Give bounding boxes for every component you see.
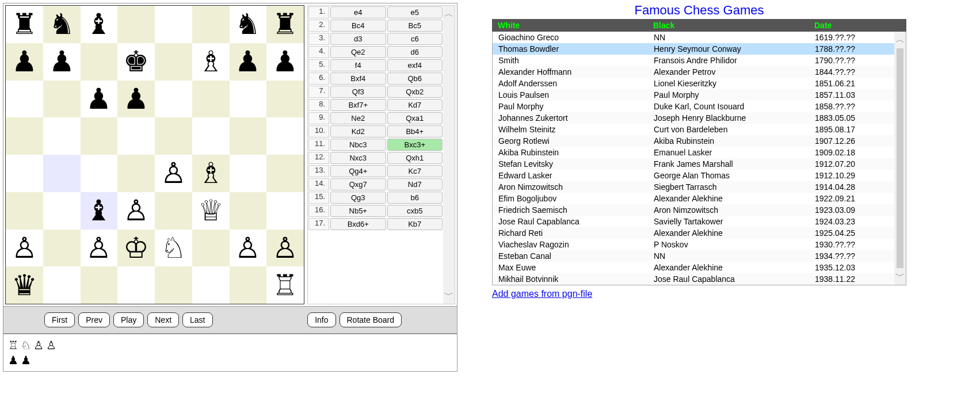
scroll-up-icon[interactable]: ︿ <box>895 34 905 46</box>
prev-button[interactable]: Prev <box>78 312 110 327</box>
move-white[interactable]: Bxf7+ <box>330 99 386 111</box>
game-row[interactable]: Aron NimzowitschSiegbert Tarrasch1914.04… <box>493 181 894 193</box>
first-button[interactable]: First <box>44 312 75 327</box>
square-c3[interactable]: ♝ <box>81 192 118 230</box>
scroll-down-icon[interactable]: ﹀ <box>444 289 453 301</box>
square-g4[interactable] <box>230 155 267 192</box>
move-black[interactable]: Kd7 <box>387 99 443 111</box>
move-black[interactable]: d6 <box>387 46 443 58</box>
square-f1[interactable] <box>192 266 230 304</box>
move-black[interactable]: Qxa1 <box>387 112 443 124</box>
game-row[interactable]: Paul MorphyDuke Karl, Count Isouard1858.… <box>493 101 894 112</box>
game-row[interactable]: Alexander HoffmannAlexander Petrov1844.?… <box>493 66 894 78</box>
square-f4[interactable]: ♗ <box>192 155 230 192</box>
square-d6[interactable]: ♟ <box>117 81 155 118</box>
square-e2[interactable]: ♘ <box>155 230 192 267</box>
move-white[interactable]: Qg3 <box>330 192 386 204</box>
move-black[interactable]: Bb4+ <box>387 125 443 138</box>
square-h3[interactable] <box>266 192 304 230</box>
game-row[interactable]: Edward LaskerGeorge Alan Thomas1912.10.2… <box>493 170 894 181</box>
move-white[interactable]: Qxg7 <box>330 178 386 190</box>
square-a4[interactable] <box>6 155 43 192</box>
square-a6[interactable] <box>6 81 43 118</box>
move-white[interactable]: Bxf4 <box>330 72 386 85</box>
move-black[interactable]: Kc7 <box>387 165 443 177</box>
square-d3[interactable]: ♙ <box>117 192 155 230</box>
square-f8[interactable] <box>192 6 230 43</box>
move-white[interactable]: Qf3 <box>330 86 386 98</box>
scroll-track[interactable] <box>897 48 903 268</box>
game-row[interactable]: Thomas BowdlerHenry Seymour Conway1788.?… <box>493 43 894 55</box>
game-row[interactable]: Max EuweAlexander Alekhine1935.12.03 <box>493 262 894 273</box>
game-row[interactable]: Mikhail BotvinnikJose Raul Capablanca193… <box>493 273 894 285</box>
square-b4[interactable] <box>43 155 81 192</box>
square-c8[interactable]: ♝ <box>81 6 118 43</box>
move-black[interactable]: Nd7 <box>387 178 443 190</box>
games-scrollbar[interactable]: ︿ ﹀ <box>894 32 906 285</box>
move-white[interactable]: Nxc3 <box>330 152 386 164</box>
game-row[interactable]: Wilhelm SteinitzCurt von Bardeleben1895.… <box>493 124 894 135</box>
add-games-link[interactable]: Add games from pgn-file <box>492 289 592 299</box>
game-row[interactable]: Louis PaulsenPaul Morphy1857.11.03 <box>493 89 894 101</box>
square-a1[interactable]: ♛ <box>6 266 43 304</box>
square-c4[interactable] <box>81 155 118 192</box>
move-black[interactable]: cxb5 <box>387 205 443 217</box>
move-black[interactable]: Bc5 <box>387 20 443 32</box>
square-c5[interactable] <box>81 117 118 155</box>
square-e5[interactable] <box>155 117 192 155</box>
square-f6[interactable] <box>192 81 230 118</box>
move-black[interactable]: Qxh1 <box>387 152 443 164</box>
game-row[interactable]: Akiba RubinsteinEmanuel Lasker1909.02.18 <box>493 147 894 158</box>
game-row[interactable]: Jose Raul CapablancaSavielly Tartakower1… <box>493 216 894 227</box>
square-c7[interactable] <box>81 43 118 81</box>
move-black[interactable]: c6 <box>387 33 443 45</box>
move-white[interactable]: Bc4 <box>330 20 386 32</box>
square-d8[interactable] <box>117 6 155 43</box>
last-button[interactable]: Last <box>182 312 212 327</box>
square-e1[interactable] <box>155 266 192 304</box>
move-white[interactable]: Bxd6+ <box>330 218 386 230</box>
square-g1[interactable] <box>230 266 267 304</box>
move-white[interactable]: e4 <box>330 6 386 18</box>
square-d4[interactable] <box>117 155 155 192</box>
square-f2[interactable] <box>192 230 230 267</box>
square-c6[interactable]: ♟ <box>81 81 118 118</box>
square-a8[interactable]: ♜ <box>6 6 43 43</box>
game-row[interactable]: Georg RotlewiAkiba Rubinstein1907.12.26 <box>493 135 894 147</box>
square-b7[interactable]: ♟ <box>43 43 81 81</box>
move-black[interactable]: Kb7 <box>387 218 443 230</box>
play-button[interactable]: Play <box>113 312 144 327</box>
square-g5[interactable] <box>230 117 267 155</box>
game-row[interactable]: Efim BogoljubovAlexander Alekhine1922.09… <box>493 193 894 204</box>
square-h5[interactable] <box>266 117 304 155</box>
game-row[interactable]: Adolf AnderssenLionel Kieseritzky1851.06… <box>493 78 894 89</box>
square-g7[interactable]: ♟ <box>230 43 267 81</box>
square-h8[interactable]: ♜ <box>266 6 304 43</box>
square-e3[interactable] <box>155 192 192 230</box>
square-g2[interactable]: ♙ <box>230 230 267 267</box>
move-white[interactable]: d3 <box>330 33 386 45</box>
scroll-up-icon[interactable]: ︿ <box>444 8 453 20</box>
square-g8[interactable]: ♞ <box>230 6 267 43</box>
game-row[interactable]: Johannes ZukertortJoseph Henry Blackburn… <box>493 112 894 124</box>
chess-board[interactable]: ♜♞♝♞♜♟♟♚♗♟♟♟♟♙♗♝♙♕♙♙♔♘♙♙♛♖ <box>5 5 304 304</box>
square-b2[interactable] <box>43 230 81 267</box>
game-row[interactable]: Viacheslav RagozinP Noskov1930.??.?? <box>493 239 894 250</box>
square-g6[interactable] <box>230 81 267 118</box>
move-white[interactable]: Ne2 <box>330 112 386 124</box>
move-white[interactable]: Qg4+ <box>330 165 386 177</box>
square-e7[interactable] <box>155 43 192 81</box>
square-c1[interactable] <box>81 266 118 304</box>
square-b5[interactable] <box>43 117 81 155</box>
move-white[interactable]: Qe2 <box>330 46 386 58</box>
square-a2[interactable]: ♙ <box>6 230 43 267</box>
square-h1[interactable]: ♖ <box>266 266 304 304</box>
move-black[interactable]: exf4 <box>387 59 443 71</box>
square-d1[interactable] <box>117 266 155 304</box>
game-row[interactable]: Friedrich SaemischAron Nimzowitsch1923.0… <box>493 204 894 216</box>
move-black[interactable]: Qxb2 <box>387 86 443 98</box>
square-e8[interactable] <box>155 6 192 43</box>
game-row[interactable]: Gioachino GrecoNN1619.??.?? <box>493 32 894 43</box>
move-white[interactable]: Nb5+ <box>330 205 386 217</box>
square-e4[interactable]: ♙ <box>155 155 192 192</box>
